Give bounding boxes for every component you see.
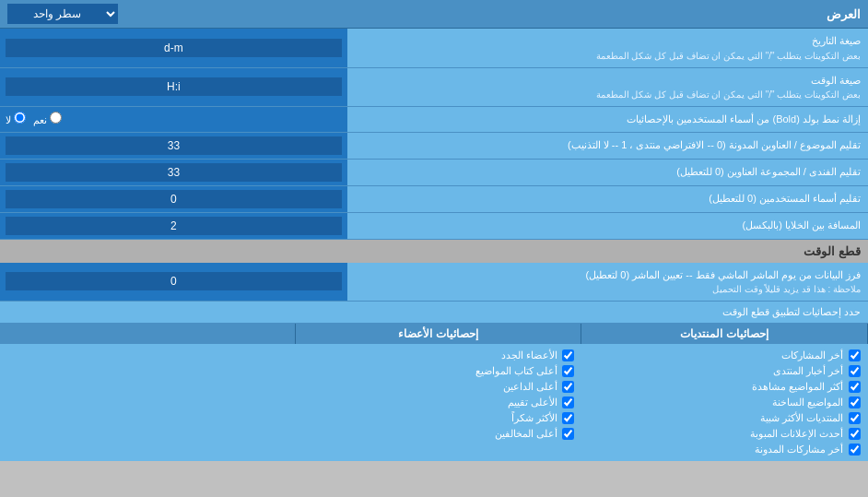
cb-top-violators[interactable] [562, 428, 574, 440]
page-title: العرض [827, 7, 861, 21]
list-item: المنتديات الأكثر شبية [589, 410, 861, 426]
col1-header: إحصائيات المنتديات [581, 324, 868, 344]
realtime-filter-note: ملاحظة : هذا قد يزيد قليلاً وقت التحميل [355, 282, 861, 296]
bold-yes-radio[interactable] [50, 112, 62, 124]
bold-yes-label: نعم [33, 112, 62, 126]
list-item: الأعلى تقييم [302, 395, 574, 410]
bold-remove-row: إزالة نمط بولد (Bold) من أسماء المستخدمي… [0, 107, 868, 132]
list-item: المواضيع الساخنة [589, 395, 861, 410]
username-trim-row: تقليم أسماء المستخدمين (0 للتعطيل) [0, 186, 868, 212]
username-trim-label: تقليم أسماء المستخدمين (0 للتعطيل) [709, 193, 861, 204]
realtime-filter-row: فرز البيانات من يوم الماشر الماشي فقط --… [0, 263, 868, 302]
cb-most-thanked[interactable] [562, 412, 574, 424]
bold-remove-label: إزالة نمط بولد (Bold) من أسماء المستخدمي… [627, 113, 861, 124]
list-item: أخر المشاركات [589, 348, 861, 363]
time-format-label: صيغة الوقت [811, 75, 861, 86]
cell-gap-label: المسافة بين الخلايا (بالبكسل) [743, 219, 862, 231]
cb-top-posters[interactable] [562, 381, 574, 393]
realtime-filter-label: فرز البيانات من يوم الماشر الماشي فقط --… [586, 269, 861, 280]
topic-title-trim-row: تقليم الموضوع / العناوين المدونة (0 -- ا… [0, 133, 868, 159]
realtime-filter-input[interactable] [6, 272, 342, 290]
bold-no-radio[interactable] [14, 112, 26, 124]
cb-most-viewed[interactable] [849, 381, 861, 393]
cb-last-news[interactable] [849, 365, 861, 377]
checkboxes-row: إحصائيات المنتديات إحصائيات الأعضاء أخر … [0, 324, 868, 461]
section-title-display: العرض سطر واحد سطران ثلاثة أسطر [0, 0, 868, 29]
col3-header [0, 324, 295, 344]
cb-top-rated[interactable] [562, 396, 574, 408]
date-format-row: صيغة التاريخ بعض التكوينات يتطلب "/" الت… [0, 29, 868, 67]
col2-header: إحصائيات الأعضاء [295, 324, 581, 344]
cb-similar-forums[interactable] [849, 412, 861, 424]
date-format-input[interactable] [6, 39, 342, 57]
list-item: الأكثر شكراً [302, 410, 574, 426]
username-trim-input[interactable] [6, 190, 342, 208]
lines-per-page-select[interactable]: سطر واحد سطران ثلاثة أسطر [7, 4, 118, 24]
cb-classifieds[interactable] [849, 428, 861, 440]
time-format-row: صيغة الوقت بعض التكوينات يتطلب "/" التي … [0, 68, 868, 107]
list-item: أعلى المخالفين [302, 426, 574, 442]
topic-title-trim-input[interactable] [6, 136, 342, 155]
cb-top-writers[interactable] [562, 365, 574, 377]
time-format-sublabel: بعض التكوينات يتطلب "/" التي يمكن ان تضا… [355, 88, 861, 101]
list-item: أعلى كتاب المواضيع [302, 363, 574, 379]
realtime-section-title: قطع الوقت [0, 240, 868, 263]
cb-hot-topics[interactable] [849, 396, 861, 408]
cell-gap-row: المسافة بين الخلايا (بالبكسل) [0, 213, 868, 239]
cb-blog-posts[interactable] [849, 444, 861, 456]
time-format-input[interactable] [6, 77, 342, 96]
topic-title-trim-label: تقليم الموضوع / العناوين المدونة (0 -- ا… [568, 139, 861, 150]
list-item: الأعضاء الجدد [302, 348, 574, 363]
date-format-sublabel: بعض التكوينات يتطلب "/" التي يمكن ان تضا… [355, 49, 861, 63]
list-item: أخر مشاركات المدونة [589, 442, 861, 457]
list-item: أخر أخبار المنتدى [589, 363, 861, 379]
forum-title-trim-label: تقليم الفندى / المجموعة العناوين (0 للتع… [676, 166, 861, 177]
date-format-label: صيغة التاريخ [812, 35, 861, 46]
cell-gap-input[interactable] [6, 217, 342, 235]
bold-no-label: لا [6, 112, 26, 126]
limit-label-row: حدد إحصائيات لتطبيق قطع الوقت [0, 302, 868, 323]
forum-title-trim-row: تقليم الفندى / المجموعة العناوين (0 للتع… [0, 160, 868, 185]
list-item: أعلى الداعين [302, 379, 574, 395]
cb-new-members[interactable] [562, 349, 574, 361]
list-item: أحدث الإعلانات المبوبة [589, 426, 861, 442]
list-item: أكثر المواضيع مشاهدة [589, 379, 861, 395]
cb-last-posts[interactable] [849, 349, 861, 361]
forum-title-trim-input[interactable] [6, 163, 342, 182]
